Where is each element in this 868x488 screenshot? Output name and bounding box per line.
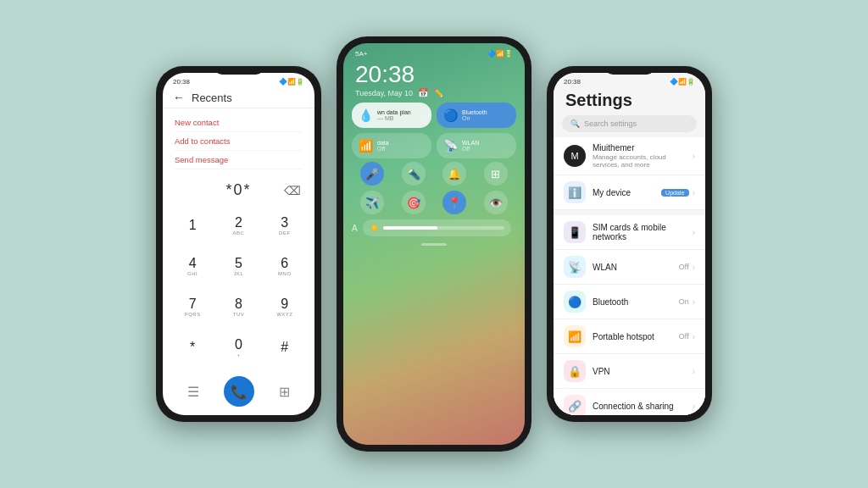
vpn-icon: 🔒 [564,360,586,382]
chevron-icon: › [693,228,695,237]
new-contact-btn[interactable]: New contact [175,114,303,132]
wlan-value: Off [679,263,689,271]
add-to-contacts-btn[interactable]: Add to contacts [175,132,303,151]
chevron-icon: › [693,263,695,272]
airplane-btn[interactable]: ✈️ [360,191,384,214]
cc-icon-row-2: ✈️ 🎯 📍 👁️ [343,189,525,216]
notification-btn[interactable]: 🔔 [442,162,466,186]
mobile-data-icon: 📶 [359,139,373,152]
dialer-number: *0* [225,181,251,199]
font-small-label: A [352,224,358,233]
contact-actions: New contact Add to contacts Send message [163,108,314,175]
brightness-control[interactable]: ☀️ [363,219,511,236]
keypad: 1 2ABC 3DEF 4GHI 5JKL 6MNO 7PQRS 8TUV 9W… [163,202,314,371]
settings-item-connection-sharing[interactable]: 🔗 Connection & sharing › [554,389,705,415]
wlan-settings-title: WLAN [593,263,672,272]
settings-item-miuithemer[interactable]: M Miuithemer Manage accounts, cloud serv… [554,137,705,175]
menu-icon[interactable]: ☰ [187,384,199,400]
settings-item-vpn[interactable]: 🔒 VPN › [554,354,705,389]
screen-btn[interactable]: ⊞ [484,162,508,186]
dialer-screen: 20:38 🔷📶🔋 ← Recents New contact Add to c… [163,73,314,415]
dialer-bottom: ☰ 📞 ⊞ [163,371,314,415]
dialer-header: ← Recents [163,87,314,108]
cc-row-2: 📶 data Off 📡 WLAN Off [352,133,516,158]
keypad-icon[interactable]: ⊞ [279,384,290,400]
key-7[interactable]: 7PQRS [170,287,215,328]
key-6[interactable]: 6MNO [262,247,308,287]
calendar-icon[interactable]: 📅 [418,88,428,97]
phone-notch-settings [604,66,655,75]
key-2[interactable]: 2ABC [215,206,261,247]
chevron-icon: › [693,367,695,376]
cc-status-left: 5A+ [355,50,367,58]
cc-status-icons: 🔷📶🔋 [487,50,513,58]
chevron-icon: › [693,297,695,307]
mic-btn[interactable]: 🎤 [360,162,384,186]
data-plan-icon: 💧 [359,108,373,122]
key-star[interactable]: * [170,327,215,368]
miuithemer-sub: Manage accounts, cloud services, and mor… [593,153,686,169]
dialer-display: *0* ⌫ [163,175,314,202]
flashlight-btn[interactable]: 🔦 [402,162,426,186]
update-badge: Update [661,189,689,197]
settings-item-wlan[interactable]: 📡 WLAN Off › [554,250,705,285]
settings-status-icons: 🔷📶🔋 [670,78,695,86]
settings-search[interactable]: 🔍 Search settings [562,115,697,132]
settings-item-sim-cards[interactable]: 📱 SIM cards & mobile networks › [554,215,705,250]
key-5[interactable]: 5JKL [215,247,261,287]
key-3[interactable]: 3DEF [262,206,308,247]
chevron-icon: › [693,402,695,411]
settings-status-time: 20:38 [564,78,581,86]
cc-tile-bluetooth[interactable]: 🔵 Bluetooth On [437,103,516,128]
key-8[interactable]: 8TUV [215,287,261,328]
key-1[interactable]: 1 [170,206,215,247]
status-bar-dialer: 20:38 🔷📶🔋 [163,73,314,87]
my-device-title: My device [593,188,654,197]
status-time-dialer: 20:38 [173,78,190,86]
settings-title: Settings [554,87,705,115]
phone-dialer: 20:38 🔷📶🔋 ← Recents New contact Add to c… [156,66,321,422]
sim-cards-title: SIM cards & mobile networks [593,223,686,241]
cc-tile-data-plan[interactable]: 💧 wn data plan — MB [352,103,431,128]
key-4[interactable]: 4GHI [170,247,215,287]
chevron-icon: › [693,332,695,341]
hotspot-icon: 📶 [564,325,586,347]
cc-icon-row-1: 🎤 🔦 🔔 ⊞ [343,158,525,189]
edit-icon[interactable]: ✏️ [433,88,443,97]
settings-item-bluetooth[interactable]: 🔵 Bluetooth On › [554,285,705,319]
backspace-icon[interactable]: ⌫ [284,184,303,197]
status-icons-dialer: 🔷📶🔋 [279,78,304,86]
cc-time: 20:38 [343,59,525,88]
brightness-icon: ☀️ [370,224,379,232]
location-btn[interactable]: 📍 [442,191,466,214]
phone-notch [214,66,264,75]
cc-tile-mobile-data[interactable]: 📶 data Off [352,133,431,158]
back-arrow-icon[interactable]: ← [173,91,185,104]
bluetooth-value: On [679,297,689,306]
vpn-title: VPN [593,367,686,376]
phone-settings: 20:38 🔷📶🔋 Settings 🔍 Search settings M M… [547,66,712,422]
hotspot-title: Portable hotspot [593,332,672,341]
chevron-icon: › [693,188,695,197]
settings-status-bar: 20:38 🔷📶🔋 [554,73,705,87]
call-button[interactable]: 📞 [224,376,254,407]
cc-date: Tuesday, May 10 📅 ✏️ [343,88,525,103]
cc-row-1: 💧 wn data plan — MB 🔵 Bluetooth On [352,103,516,128]
sim-cards-icon: 📱 [564,221,586,243]
send-message-btn[interactable]: Send message [175,151,303,169]
connection-sharing-icon: 🔗 [564,395,586,415]
key-0[interactable]: 0+ [215,327,261,368]
home-pill[interactable] [421,243,447,246]
cc-tile-wlan[interactable]: 📡 WLAN Off [437,133,516,158]
phone-control-center: 5A+ 🔷📶🔋 20:38 Tuesday, May 10 📅 ✏️ 💧 wn … [337,36,531,452]
key-hash[interactable]: # [262,327,308,368]
key-9[interactable]: 9WXYZ [262,287,308,328]
settings-item-my-device[interactable]: ℹ️ My device Update › [554,175,705,210]
wlan-tile-icon: 📡 [443,139,458,152]
eye-btn[interactable]: 👁️ [484,191,508,214]
focus-btn[interactable]: 🎯 [402,191,426,214]
brightness-track [383,226,504,230]
cc-font-row: A ☀️ [343,216,525,240]
connection-sharing-title: Connection & sharing [593,402,686,411]
settings-item-hotspot[interactable]: 📶 Portable hotspot Off › [554,319,705,354]
